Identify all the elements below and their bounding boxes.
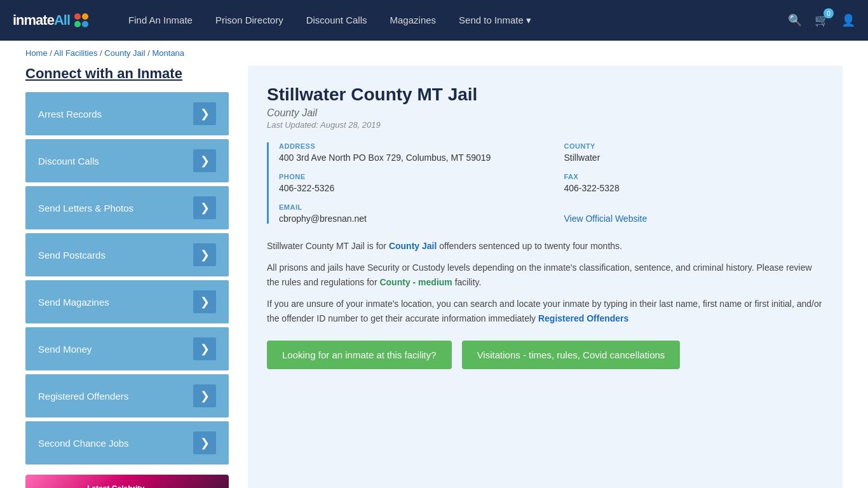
arrow-icon: ❯ (193, 290, 216, 313)
nav-magazines[interactable]: Magazines (390, 15, 437, 26)
nav-links: Find An Inmate Prison Directory Discount… (128, 15, 763, 26)
svg-point-1 (82, 13, 88, 20)
visitations-button[interactable]: Visitations - times, rules, Covid cancel… (462, 341, 681, 369)
address-label: ADDRESS (279, 142, 539, 150)
sidebar-item-label: Registered Offenders (38, 391, 128, 402)
sidebar-item-second-chance-jobs[interactable]: Second Chance Jobs ❯ (25, 421, 229, 464)
description-1: Stillwater County MT Jail is for County … (267, 239, 824, 253)
sidebar-item-label: Send Letters & Photos (38, 203, 133, 214)
content-panel: Stillwater County MT Jail County Jail La… (248, 65, 843, 488)
svg-point-3 (82, 21, 88, 27)
sidebar-item-label: Send Postcards (38, 250, 105, 261)
email-value: cbrophy@bresnan.net (279, 214, 539, 224)
sidebar-item-discount-calls[interactable]: Discount Calls ❯ (25, 139, 229, 182)
sidebar-title: Connect with an Inmate (25, 65, 229, 82)
svg-point-0 (74, 13, 81, 20)
fax-value: 406-322-5328 (564, 183, 824, 193)
logo-icon (72, 11, 90, 29)
sidebar-menu: Arrest Records ❯ Discount Calls ❯ Send L… (25, 92, 229, 464)
sidebar-item-label: Second Chance Jobs (38, 438, 129, 449)
breadcrumb: Home / All Facilities / County Jail / Mo… (0, 41, 868, 65)
nav-prison-directory[interactable]: Prison Directory (215, 15, 283, 26)
search-icon[interactable]: 🔍 (788, 13, 802, 27)
advertisement[interactable]: Us Latest Celebrity News, Pictures & Ent… (25, 475, 229, 488)
phone-value: 406-322-5326 (279, 183, 539, 193)
ad-text: Latest Celebrity News, Pictures & Entert… (87, 484, 144, 488)
nav-discount-calls[interactable]: Discount Calls (306, 15, 367, 26)
arrow-icon: ❯ (193, 337, 216, 360)
sidebar-item-send-magazines[interactable]: Send Magazines ❯ (25, 280, 229, 323)
sidebar-item-label: Discount Calls (38, 156, 99, 166)
logo-all: All (54, 12, 70, 28)
sidebar-item-registered-offenders[interactable]: Registered Offenders ❯ (25, 374, 229, 417)
cart-button[interactable]: 🛒 0 (815, 13, 829, 27)
nav-right: 🔍 🛒 0 👤 (788, 13, 855, 27)
website-block: View Official Website (564, 203, 824, 224)
address-value: 400 3rd Ave North PO Box 729, Columbus, … (279, 152, 539, 163)
county-jail-link[interactable]: County Jail (389, 241, 437, 251)
nav-send-to-inmate[interactable]: Send to Inmate ▾ (459, 15, 531, 26)
sidebar-item-label: Send Money (38, 344, 92, 355)
sidebar-item-label: Arrest Records (38, 109, 102, 119)
sidebar-item-send-postcards[interactable]: Send Postcards ❯ (25, 233, 229, 276)
breadcrumb-montana[interactable]: Montana (152, 48, 184, 58)
logo[interactable]: inmateAll (13, 11, 90, 29)
sidebar-item-arrest-records[interactable]: Arrest Records ❯ (25, 92, 229, 135)
county-medium-link[interactable]: County - medium (379, 277, 452, 287)
email-block: EMAIL cbrophy@bresnan.net (279, 203, 539, 224)
description-2: All prisons and jails have Security or C… (267, 261, 824, 289)
county-label: COUNTY (564, 142, 824, 150)
info-grid: ADDRESS 400 3rd Ave North PO Box 729, Co… (267, 142, 824, 224)
logo-text: inmateAll (13, 12, 70, 29)
sidebar-item-label: Send Magazines (38, 297, 109, 308)
sidebar-item-send-letters[interactable]: Send Letters & Photos ❯ (25, 186, 229, 229)
breadcrumb-all-facilities[interactable]: All Facilities (54, 48, 98, 58)
county-block: COUNTY Stillwater (564, 142, 824, 163)
navigation: inmateAll Find An Inmate Prison Director… (0, 0, 868, 41)
registered-offenders-link[interactable]: Registered Offenders (538, 313, 628, 323)
svg-point-2 (74, 21, 81, 27)
description-3: If you are unsure of your inmate's locat… (267, 297, 824, 325)
breadcrumb-home[interactable]: Home (25, 48, 48, 58)
phone-label: PHONE (279, 173, 539, 180)
nav-find-inmate[interactable]: Find An Inmate (128, 15, 193, 26)
sidebar: Connect with an Inmate Arrest Records ❯ … (25, 65, 229, 488)
main-container: Connect with an Inmate Arrest Records ❯ … (0, 65, 868, 488)
find-inmate-button[interactable]: Looking for an inmate at this facility? (267, 341, 452, 369)
facility-type: County Jail (267, 107, 824, 119)
phone-block: PHONE 406-322-5326 (279, 173, 539, 193)
arrow-icon: ❯ (193, 384, 216, 407)
breadcrumb-county-jail[interactable]: County Jail (104, 48, 145, 58)
fax-block: FAX 406-322-5328 (564, 173, 824, 193)
website-link[interactable]: View Official Website (564, 214, 648, 224)
arrow-icon: ❯ (193, 243, 216, 266)
facility-title: Stillwater County MT Jail (267, 85, 824, 105)
arrow-icon: ❯ (193, 149, 216, 172)
facility-last-updated: Last Updated: August 28, 2019 (267, 120, 824, 130)
action-buttons: Looking for an inmate at this facility? … (267, 341, 824, 369)
arrow-icon: ❯ (193, 196, 216, 219)
address-block: ADDRESS 400 3rd Ave North PO Box 729, Co… (279, 142, 539, 163)
arrow-icon: ❯ (193, 431, 216, 454)
county-value: Stillwater (564, 152, 824, 163)
cart-badge: 0 (824, 8, 834, 18)
arrow-icon: ❯ (193, 102, 216, 125)
fax-label: FAX (564, 173, 824, 180)
sidebar-item-send-money[interactable]: Send Money ❯ (25, 327, 229, 370)
user-icon[interactable]: 👤 (841, 13, 855, 27)
email-label: EMAIL (279, 203, 539, 211)
